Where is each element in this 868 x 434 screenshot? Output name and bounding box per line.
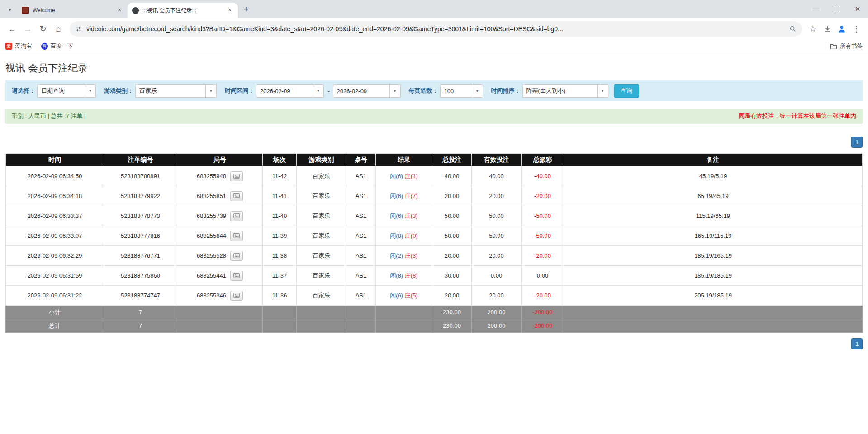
cell-table-no: AS1 — [346, 286, 376, 306]
subtotal-payout: -200.00 — [522, 306, 564, 319]
footer-empty-cell — [297, 306, 346, 319]
subtotal-row: 小计 7 230.00 200.00 -200.00 — [6, 306, 863, 319]
replay-icon-button[interactable] — [230, 211, 243, 221]
cell-game-type: 百家乐 — [297, 246, 346, 266]
result-player: 闲(6) — [390, 173, 403, 179]
replay-icon-button[interactable] — [230, 191, 243, 201]
summary-text: 币别 : 人民币 | 总共 :7 注单 | — [12, 112, 86, 120]
query-button[interactable]: 查询 — [614, 84, 639, 98]
table-header-row: 时间 注单编号 局号 场次 游戏类别 桌号 结果 总投注 有效投注 总派彩 备注 — [6, 154, 863, 166]
footer-empty-cell — [297, 319, 346, 333]
date-range-label: 时间区间： — [225, 87, 254, 95]
total-payout: -200.00 — [522, 319, 564, 333]
per-page-select[interactable]: 100 ▾ — [440, 84, 483, 98]
table-row: 2026-02-09 06:33:37 523188778773 6832557… — [6, 206, 863, 226]
all-bookmarks-button[interactable]: 所有书签 — [830, 42, 863, 50]
profile-avatar-icon[interactable] — [835, 22, 849, 36]
globe-favicon — [132, 7, 139, 14]
back-button[interactable]: ← — [5, 21, 20, 37]
cell-table-no: AS1 — [346, 166, 376, 186]
cell-total-bet[interactable]: 40.00 — [432, 166, 472, 186]
subtotal-total-bet: 230.00 — [432, 306, 472, 319]
address-bar[interactable]: videoie.com/game/betrecord_search/kind3?… — [70, 21, 802, 37]
cell-payout: -50.00 — [522, 206, 564, 226]
cell-payout: -40.00 — [522, 166, 564, 186]
cell-total-bet[interactable]: 20.00 — [432, 246, 472, 266]
cell-note: 115.19/65.19 — [564, 206, 863, 226]
header-payout: 总派彩 — [522, 154, 564, 166]
replay-icon-button[interactable] — [230, 251, 243, 261]
cell-total-bet[interactable]: 50.00 — [432, 206, 472, 226]
cell-valid-bet: 20.00 — [472, 186, 522, 206]
tab-betrecord[interactable]: :::视讯 会员下注纪录::: × — [128, 3, 238, 18]
window-controls: — × — [806, 0, 868, 18]
new-tab-button[interactable]: + — [240, 3, 252, 16]
baidu-favicon: 百 — [41, 43, 48, 50]
cell-total-bet[interactable]: 30.00 — [432, 266, 472, 286]
cell-time: 2026-02-09 06:33:07 — [6, 226, 104, 246]
replay-icon-button[interactable] — [230, 291, 243, 301]
close-window-button[interactable]: × — [847, 0, 868, 18]
replay-icon-button[interactable] — [230, 231, 243, 241]
game-type-label: 游戏类别： — [104, 87, 133, 95]
table-row: 2026-02-09 06:31:59 523188775860 6832554… — [6, 266, 863, 286]
tab-close-icon[interactable]: × — [116, 7, 123, 14]
result-player: 闲(6) — [390, 292, 403, 299]
bookmark-baidu[interactable]: 百 百度一下 — [41, 42, 73, 50]
cell-table-no: AS1 — [346, 266, 376, 286]
reload-button[interactable]: ↻ — [35, 21, 51, 37]
sort-label: 时间排序： — [491, 87, 521, 95]
bookmark-aitaobao[interactable]: 爱 爱淘宝 — [5, 42, 32, 50]
maximize-button[interactable] — [826, 0, 847, 18]
cell-total-bet[interactable]: 20.00 — [432, 186, 472, 206]
cell-result: 闲(8) 庄(0) — [376, 226, 432, 246]
chevron-down-icon[interactable]: ▾ — [205, 85, 216, 97]
chevron-down-icon[interactable]: ▾ — [597, 85, 608, 97]
cell-round: 683255644 — [177, 226, 263, 246]
bookmark-star-icon[interactable]: ☆ — [806, 22, 820, 36]
cell-result: 闲(6) 庄(7) — [376, 186, 432, 206]
download-icon[interactable] — [820, 22, 835, 36]
cell-time: 2026-02-09 06:31:59 — [6, 266, 104, 286]
cell-table-no: AS1 — [346, 246, 376, 266]
chevron-down-icon[interactable]: ▾ — [85, 85, 95, 97]
forward-button[interactable]: → — [20, 21, 35, 37]
cell-game-type: 百家乐 — [297, 286, 346, 306]
query-type-select[interactable]: 日期查询 ▾ — [37, 84, 96, 98]
cell-valid-bet: 50.00 — [472, 226, 522, 246]
tab-welcome[interactable]: Welcome × — [17, 3, 128, 18]
date-end-select[interactable]: 2026-02-09 ▾ — [333, 84, 401, 98]
header-bet-id: 注单编号 — [104, 154, 177, 166]
replay-icon-button[interactable] — [230, 271, 243, 281]
replay-icon-button[interactable] — [230, 171, 243, 181]
browser-menu-icon[interactable]: ⋮ — [849, 22, 863, 36]
chevron-down-icon[interactable]: ▾ — [472, 85, 483, 97]
cell-round: 683255528 — [177, 246, 263, 266]
cell-total-bet[interactable]: 20.00 — [432, 286, 472, 306]
sort-select[interactable]: 降幂(由大到小) ▾ — [522, 84, 608, 98]
cell-time: 2026-02-09 06:33:37 — [6, 206, 104, 226]
cell-session: 11-38 — [263, 246, 297, 266]
tab-strip: ▾ Welcome × :::视讯 会员下注纪录::: × + — × — [0, 0, 868, 18]
tab-search-chevron-icon[interactable]: ▾ — [4, 3, 16, 16]
game-type-select[interactable]: 百家乐 ▾ — [135, 84, 217, 98]
cell-table-no: AS1 — [346, 186, 376, 206]
chevron-down-icon[interactable]: ▾ — [313, 85, 323, 97]
header-session: 场次 — [263, 154, 297, 166]
cell-payout: -50.00 — [522, 226, 564, 246]
cell-result: 闲(6) 庄(1) — [376, 166, 432, 186]
date-start-select[interactable]: 2026-02-09 ▾ — [256, 84, 324, 98]
cell-note: 45.19/5.19 — [564, 166, 863, 186]
cell-session: 11-42 — [263, 166, 297, 186]
site-info-icon[interactable] — [75, 25, 82, 33]
url-text[interactable]: videoie.com/game/betrecord_search/kind3?… — [86, 25, 785, 33]
tab-close-icon[interactable]: × — [226, 7, 233, 14]
table-row: 2026-02-09 06:34:50 523188780891 6832559… — [6, 166, 863, 186]
minimize-button[interactable]: — — [806, 0, 826, 18]
page-1-button[interactable]: 1 — [851, 338, 863, 349]
home-button[interactable]: ⌂ — [51, 21, 66, 37]
cell-total-bet[interactable]: 50.00 — [432, 226, 472, 246]
chevron-down-icon[interactable]: ▾ — [389, 85, 400, 97]
zoom-icon[interactable] — [789, 25, 797, 33]
page-1-button[interactable]: 1 — [851, 137, 863, 148]
